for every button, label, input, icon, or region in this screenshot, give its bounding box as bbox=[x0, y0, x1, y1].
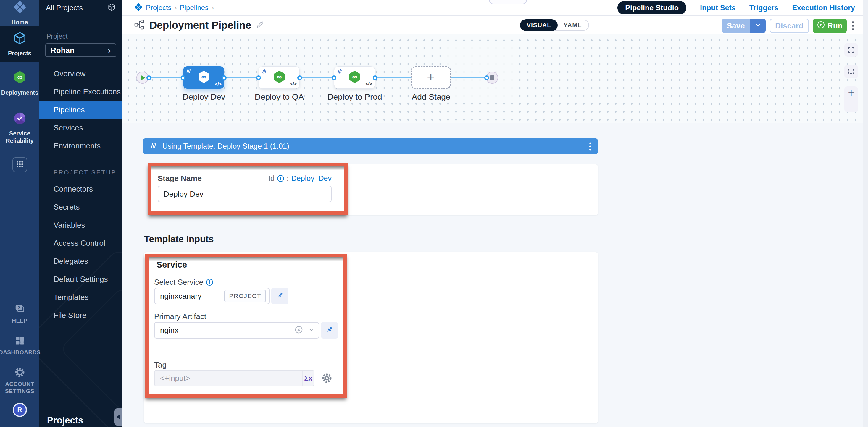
zoom-out-button[interactable]: − bbox=[848, 101, 854, 111]
rail-spacer bbox=[0, 177, 39, 298]
project-selector[interactable]: Rohan › bbox=[45, 43, 116, 57]
project-scope-badge: PROJECT bbox=[224, 290, 266, 302]
user-avatar[interactable]: R bbox=[13, 403, 27, 417]
apps-grid-button[interactable] bbox=[12, 157, 27, 172]
module-service-reliability-label: Service Reliability bbox=[0, 130, 39, 144]
run-button[interactable]: Run bbox=[813, 19, 847, 33]
connector-line bbox=[451, 77, 487, 78]
artifact-field-wrap bbox=[154, 322, 319, 338]
toggle-yaml[interactable]: YAML bbox=[557, 20, 588, 31]
pin-icon bbox=[276, 292, 284, 300]
all-projects-label: All Projects bbox=[46, 4, 83, 12]
stage-name-input[interactable] bbox=[158, 186, 332, 202]
stage-node-deploy-to-prod[interactable]: ∞ </> bbox=[334, 66, 375, 89]
fullscreen-button[interactable] bbox=[844, 43, 858, 57]
dropdown-chevron-icon[interactable] bbox=[308, 326, 314, 334]
cd-stage-icon: ∞ bbox=[197, 70, 211, 85]
clear-icon[interactable] bbox=[294, 325, 303, 335]
breadcrumb-link-pipelines[interactable]: Pipelines bbox=[180, 4, 209, 12]
node-port bbox=[373, 75, 377, 80]
nav-item-overview[interactable]: Overview bbox=[39, 65, 122, 83]
nav-item-secrets[interactable]: Secrets bbox=[39, 198, 122, 216]
save-split-button: Save bbox=[722, 19, 766, 33]
dashboards-label: DASHBOARDS bbox=[0, 349, 40, 356]
title-bar: Deployment Pipeline VISUAL YAML Save bbox=[122, 16, 868, 34]
nav-item-pipeline-executions[interactable]: Pipeline Executions bbox=[39, 83, 122, 101]
stage-id-value[interactable]: Deploy_Dev bbox=[291, 174, 332, 183]
tab-pipeline-studio[interactable]: Pipeline Studio bbox=[617, 1, 686, 14]
template-inputs-card: Service Select Service i PROJECT bbox=[144, 252, 598, 423]
save-dropdown-button[interactable] bbox=[750, 19, 766, 33]
discard-button[interactable]: Discard bbox=[770, 19, 809, 33]
nav-item-services[interactable]: Services bbox=[39, 119, 122, 137]
toggle-visual[interactable]: VISUAL bbox=[520, 19, 558, 31]
module-projects[interactable]: Projects bbox=[0, 26, 39, 62]
template-inputs-heading: Template Inputs bbox=[144, 234, 214, 244]
nav-collapse-button[interactable] bbox=[115, 408, 122, 426]
breadcrumb-link-projects[interactable]: Projects bbox=[146, 4, 172, 12]
marquee-icon bbox=[847, 68, 855, 75]
expression-sigma-button[interactable]: Σx bbox=[302, 370, 314, 386]
nav-item-environments[interactable]: Environments bbox=[39, 137, 122, 155]
cd-stage-icon: ∞ bbox=[272, 70, 286, 85]
node-port bbox=[181, 75, 185, 80]
tag-input[interactable]: <+input> bbox=[155, 370, 302, 386]
module-service-reliability[interactable]: Service Reliability bbox=[0, 104, 39, 152]
grid-icon bbox=[16, 160, 24, 169]
svg-text:∞: ∞ bbox=[17, 73, 22, 81]
nav-item-templates[interactable]: Templates bbox=[39, 288, 122, 306]
nav-item-access-control[interactable]: Access Control bbox=[39, 234, 122, 252]
tab-execution-history[interactable]: Execution History bbox=[792, 4, 855, 12]
node-port bbox=[297, 75, 302, 80]
add-stage-button[interactable]: + bbox=[411, 66, 451, 89]
module-projects-label: Projects bbox=[8, 50, 31, 57]
breadcrumb: Projects › Pipelines › bbox=[134, 3, 214, 13]
help-item[interactable]: ? HELP bbox=[0, 298, 39, 330]
account-settings-item[interactable]: ACCOUNT SETTINGS bbox=[0, 362, 39, 400]
nav-item-pipelines[interactable]: Pipelines bbox=[39, 101, 122, 119]
stage-label-deploy-dev: Deploy Dev bbox=[171, 92, 237, 102]
cd-stage-icon: ∞ bbox=[348, 70, 362, 85]
tag-settings-button[interactable] bbox=[321, 373, 332, 384]
node-port bbox=[256, 75, 261, 80]
tab-input-sets[interactable]: Input Sets bbox=[700, 4, 736, 12]
stage-node-deploy-dev[interactable]: ∞ </> bbox=[183, 66, 224, 89]
more-options-kebab[interactable] bbox=[851, 20, 855, 31]
service-pin-button[interactable] bbox=[271, 288, 288, 304]
node-port bbox=[222, 75, 227, 80]
template-banner-kebab[interactable] bbox=[588, 141, 592, 152]
nav-item-default-settings[interactable]: Default Settings bbox=[39, 270, 122, 288]
connector-line bbox=[300, 77, 334, 78]
tag-input-group: <+input> Σx bbox=[154, 370, 314, 387]
avatar-initial: R bbox=[18, 406, 22, 414]
nav-item-file-store[interactable]: File Store bbox=[39, 306, 122, 324]
pipeline-canvas[interactable]: ∞ </> ∞ </> bbox=[122, 34, 868, 123]
save-button[interactable]: Save bbox=[722, 19, 750, 33]
harness-home-icon bbox=[13, 0, 27, 15]
nav-item-delegates[interactable]: Delegates bbox=[39, 252, 122, 270]
edit-pencil-icon[interactable] bbox=[256, 21, 264, 30]
avatar-wrap: R bbox=[0, 400, 39, 427]
help-label: HELP bbox=[12, 317, 28, 325]
nav-item-connectors[interactable]: Connectors bbox=[39, 180, 122, 198]
zoom-controls: + − bbox=[844, 86, 858, 112]
vertical-scrollbar[interactable] bbox=[863, 0, 868, 427]
nav-item-variables[interactable]: Variables bbox=[39, 216, 122, 234]
stage-node-deploy-to-qa[interactable]: ∞ </> bbox=[258, 66, 300, 89]
stage-id-chunk: Id i : Deploy_Dev bbox=[268, 174, 332, 183]
stage-name-card: Stage Name Id i : Deploy_Dev bbox=[149, 164, 598, 215]
all-projects-header[interactable]: All Projects bbox=[39, 0, 122, 16]
marquee-select-button[interactable] bbox=[844, 65, 858, 78]
artifact-pin-button[interactable] bbox=[321, 322, 338, 338]
module-home[interactable]: Home bbox=[0, 0, 39, 26]
module-deployments[interactable]: ∞ Deployments bbox=[0, 62, 39, 104]
play-icon bbox=[141, 75, 145, 80]
breadcrumb-separator: › bbox=[212, 4, 214, 12]
stage-name-row: Stage Name Id i : Deploy_Dev bbox=[158, 174, 332, 183]
main-area: Projects › Pipelines › Pipeline Studio I… bbox=[122, 0, 868, 427]
dashboards-item[interactable]: DASHBOARDS bbox=[0, 330, 39, 362]
template-badge-icon bbox=[262, 69, 268, 76]
breadcrumb-bar: Projects › Pipelines › Pipeline Studio I… bbox=[122, 0, 868, 16]
tab-triggers[interactable]: Triggers bbox=[749, 4, 779, 12]
zoom-in-button[interactable]: + bbox=[848, 88, 854, 98]
